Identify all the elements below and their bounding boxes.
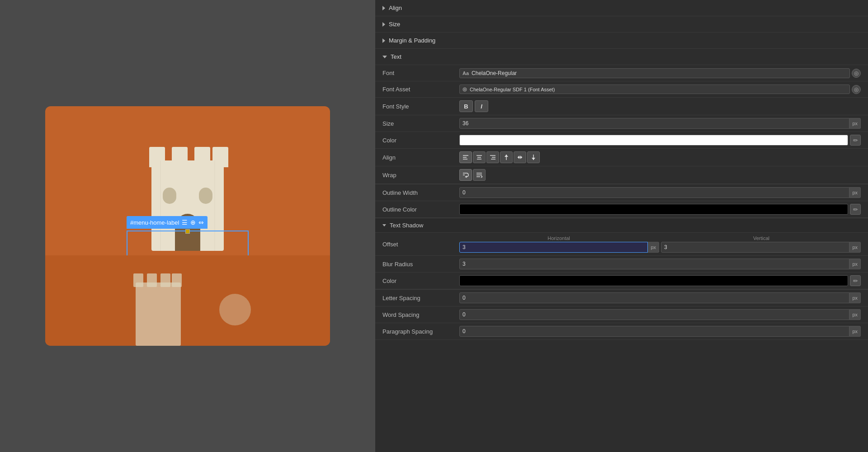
blur-radius-field: px [459,259,861,269]
h-offset-unit: px [648,242,659,253]
align-section-header[interactable]: Align [375,0,868,16]
selection-label-bar: #menu-home-label ☰ ⊕ ⇔ [127,216,208,229]
color-picker-white[interactable] [459,135,848,146]
font-asset-target-btn[interactable]: ◎ [852,85,861,94]
word-spacing-input[interactable] [459,309,849,320]
color-value: ✏ [459,135,861,146]
blur-radius-label: Blur Radius [382,261,459,268]
shadow-color-label: Color [382,278,459,284]
align-triangle-icon [382,6,385,10]
svg-rect-9 [199,188,212,204]
align-top-btn[interactable] [500,151,513,163]
shadow-color-picker[interactable] [459,275,848,286]
size-section-title: Size [389,21,400,28]
italic-button[interactable]: I [475,100,488,112]
outline-width-label: Outline Width [382,189,459,196]
svg-rect-5 [149,160,228,167]
outline-width-value: px [459,187,861,198]
font-row: Font Aa ChelaOne-Regular ◎ [375,65,868,81]
svg-line-39 [481,177,482,178]
right-panel: Align Size Margin & Padding Text Font Aa… [375,0,868,452]
align-value [459,151,861,163]
font-field-value: ChelaOne-Regular [472,70,517,76]
eyedropper-btn[interactable]: ✏ [850,135,861,146]
font-value: Aa ChelaOne-Regular ◎ [459,68,861,78]
text-shadow-triangle-icon [382,224,386,226]
align-bottom-btn[interactable] [527,151,540,163]
text-section-title: Text [391,53,401,60]
v-offset-input[interactable] [661,242,849,253]
eyedropper-icon: ✏ [853,137,858,144]
h-offset-input[interactable] [459,242,648,253]
blur-radius-unit: px [849,259,861,269]
outline-width-row: Outline Width px [375,184,868,201]
shadow-eyedropper-btn[interactable]: ✏ [850,275,861,286]
align-icon[interactable]: ☰ [182,219,188,226]
font-asset-field[interactable]: ◎ ChelaOne-Regular SDF 1 (Font Asset) [459,85,850,94]
font-style-label: Font Style [382,103,459,110]
wrap-btn-1[interactable] [459,169,472,181]
paragraph-spacing-row: Paragraph Spacing px [375,323,868,340]
align-middle-btn[interactable] [514,151,526,163]
word-spacing-label: Word Spacing [382,311,459,318]
paragraph-spacing-value: px [459,326,861,337]
outline-color-picker[interactable] [459,204,848,215]
svg-marker-28 [505,155,508,157]
align-row: Align [375,149,868,166]
font-field[interactable]: Aa ChelaOne-Regular [459,68,850,78]
margin-padding-section-header[interactable]: Margin & Padding [375,33,868,49]
word-spacing-value: px [459,309,861,320]
size-section-header[interactable]: Size [375,16,868,33]
shadow-color-row: Color ✏ [375,273,868,289]
size-row: Size px [375,115,868,132]
handle-top-center[interactable] [185,229,190,234]
offset-label: Offset [382,241,459,248]
font-asset-value: ◎ ChelaOne-Regular SDF 1 (Font Asset) ◎ [459,85,861,94]
svg-rect-8 [163,188,176,204]
size-triangle-icon [382,22,385,27]
word-spacing-field: px [459,309,861,320]
offset-fields: Horizontal Vertical px px [459,235,861,253]
size-value: px [459,118,861,129]
letter-spacing-input[interactable] [459,292,849,303]
resize-icon[interactable]: ⇔ [198,219,204,226]
text-section-header[interactable]: Text [375,49,868,65]
margin-padding-triangle-icon [382,38,385,43]
outline-width-input[interactable] [459,187,849,198]
text-shadow-header[interactable]: Text Shadow [375,218,868,233]
font-circle-icon: ◎ [854,70,859,76]
paragraph-spacing-input[interactable] [459,326,849,337]
paragraph-spacing-field: px [459,326,861,337]
vertical-label: Vertical [662,235,861,241]
outline-color-row: Outline Color ✏ [375,201,868,218]
word-spacing-unit: px [849,309,861,320]
text-section-content: Font Aa ChelaOne-Regular ◎ Font Asset ◎ … [375,65,868,340]
size-number-field: px [459,118,861,129]
align-right-btn[interactable] [486,151,499,163]
align-section-title: Align [389,5,402,11]
shadow-color-value: ✏ [459,275,861,286]
selection-label-text: #menu-home-label [130,219,179,226]
letter-spacing-row: Letter Spacing px [375,290,868,306]
size-input[interactable] [459,118,849,129]
wrap-btn-2[interactable] [473,169,486,181]
h-offset-field: px [459,242,659,253]
bold-button[interactable]: B [459,100,473,112]
align-label: Align [382,154,459,161]
position-icon[interactable]: ⊕ [190,219,196,226]
font-asset-field-value: ChelaOne-Regular SDF 1 (Font Asset) [470,87,555,92]
align-center-btn[interactable] [473,151,486,163]
font-style-value: B I [459,100,861,112]
blur-radius-input[interactable] [459,259,849,269]
blur-radius-row: Blur Radius px [375,256,868,273]
font-label: Font [382,70,459,76]
align-left-btn[interactable] [459,151,472,163]
svg-rect-13 [133,273,143,287]
letter-spacing-field: px [459,292,861,303]
v-offset-unit: px [849,242,861,253]
outline-eyedropper-btn[interactable]: ✏ [850,204,861,215]
size-unit: px [849,118,861,129]
font-target-btn[interactable]: ◎ [852,69,861,78]
canvas-area: #menu-home-label ☰ ⊕ ⇔ Home [0,0,375,452]
outline-color-label: Outline Color [382,206,459,213]
